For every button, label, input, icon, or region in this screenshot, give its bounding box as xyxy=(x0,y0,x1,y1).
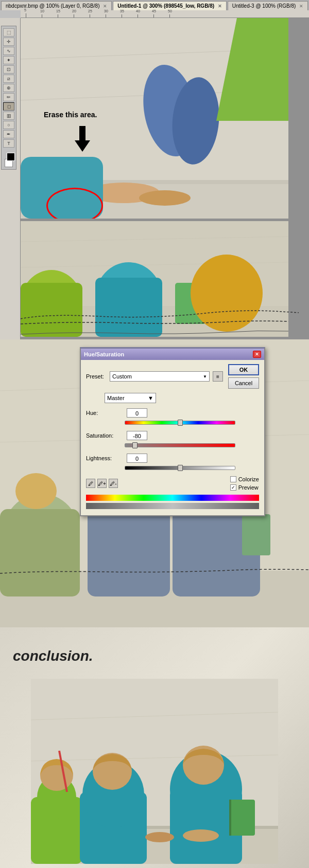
channel-row: Master ▼ xyxy=(86,393,259,403)
lightness-slider-group: Lightness: 0 xyxy=(86,454,259,472)
tab-1-close[interactable]: ✕ xyxy=(103,4,107,9)
eyedropper-group: 🖉 🖉+ 🖉- xyxy=(86,479,118,488)
tab-3-close[interactable]: ✕ xyxy=(299,4,303,9)
preset-row: Preset: Custom ▼ ≡ OK Cancel xyxy=(86,364,259,389)
preview-checkbox[interactable]: ✓ xyxy=(230,484,236,491)
tool-brush[interactable]: ✏ xyxy=(3,93,14,101)
tool-type[interactable]: T xyxy=(3,139,14,148)
hue-thumb[interactable] xyxy=(178,420,183,426)
eyedropper-icon[interactable]: 🖉 xyxy=(86,479,95,488)
tool-healing[interactable]: ⊕ xyxy=(3,84,14,92)
dialog-titlebar: Hue/Saturation ✕ xyxy=(81,349,264,360)
svg-rect-51 xyxy=(229,800,255,836)
hue-saturation-section: Hue/Saturation ✕ Preset: Custom ▼ ≡ OK C… xyxy=(0,339,309,627)
tool-slice[interactable]: ⧄ xyxy=(3,75,14,83)
tab-3[interactable]: Untitled-3 @ 100% (RGB/8) ✕ xyxy=(228,1,308,10)
conclusion-image xyxy=(31,679,278,864)
hue-slider-group: Hue: 0 xyxy=(86,408,259,427)
colorize-label: Colorize xyxy=(238,476,259,482)
saturation-slider-container[interactable] xyxy=(125,441,235,449)
tool-magic-wand[interactable]: ✦ xyxy=(3,56,14,64)
hue-saturation-dialog: Hue/Saturation ✕ Preset: Custom ▼ ≡ OK C… xyxy=(80,347,265,516)
eyedropper-add-icon[interactable]: 🖉+ xyxy=(97,479,107,488)
svg-rect-29 xyxy=(88,504,170,596)
color-bar-rainbow xyxy=(86,495,259,501)
dialog-body: Preset: Custom ▼ ≡ OK Cancel xyxy=(81,360,264,515)
svg-rect-52 xyxy=(229,800,231,836)
eyedropper-subtract-icon[interactable]: 🖉- xyxy=(109,479,118,488)
lightness-value[interactable]: 0 xyxy=(127,454,147,463)
colorize-option[interactable]: Colorize xyxy=(230,476,259,482)
tool-dodge[interactable]: ○ xyxy=(3,121,14,129)
foreground-color[interactable] xyxy=(7,153,15,161)
svg-rect-35 xyxy=(242,514,270,555)
dialog-close-button[interactable]: ✕ xyxy=(253,351,261,358)
toolbox: ⬚ ✛ ∿ ✦ ⊡ ⧄ ⊕ ✏ ◻ ▥ ○ ✒ T xyxy=(1,26,16,170)
saturation-track xyxy=(125,443,235,447)
hue-value[interactable]: 0 xyxy=(127,408,147,418)
conclusion-photo xyxy=(31,679,278,864)
saturation-value[interactable]: -80 xyxy=(127,431,147,440)
lightness-slider-container[interactable] xyxy=(125,464,235,472)
tool-move[interactable]: ✛ xyxy=(3,38,14,46)
saturation-thumb[interactable] xyxy=(132,442,138,448)
preset-settings-button[interactable]: ≡ xyxy=(213,371,223,382)
ruler-horizontal: 5 10 15 20 25 30 35 40 45 50 xyxy=(21,10,309,18)
photo-top: Erase this area. xyxy=(21,18,288,219)
preset-dropdown[interactable]: Custom ▼ xyxy=(110,371,210,382)
tool-pen[interactable]: ✒ xyxy=(3,130,14,138)
preview-option[interactable]: ✓ Preview xyxy=(230,484,259,491)
cancel-button[interactable]: Cancel xyxy=(228,377,259,389)
svg-point-53 xyxy=(183,829,219,842)
color-bar-gray xyxy=(86,503,259,509)
saturation-label: Saturation: xyxy=(86,432,125,439)
svg-point-54 xyxy=(145,832,174,842)
svg-point-27 xyxy=(15,473,57,509)
lightness-label: Lightness: xyxy=(86,455,125,461)
lightness-row: Lightness: 0 xyxy=(86,454,259,463)
canvas-area: Erase this area. xyxy=(21,18,309,339)
hue-slider-container[interactable] xyxy=(125,419,235,427)
tab-2-close[interactable]: ✕ xyxy=(218,4,222,9)
dialog-title: Hue/Saturation xyxy=(84,351,124,357)
conclusion-section: conclusion. xyxy=(0,627,309,868)
color-swatches xyxy=(5,151,13,167)
conclusion-text: conclusion. xyxy=(13,648,93,664)
svg-point-8 xyxy=(139,190,191,206)
arrow-shaft xyxy=(79,126,85,140)
svg-rect-26 xyxy=(0,509,80,596)
ok-button[interactable]: OK xyxy=(228,364,259,375)
photoshop-window: nbdcpxnr.bmp @ 100% (Layer 0, RGB/8) ✕ U… xyxy=(0,0,309,339)
preset-dropdown-arrow: ▼ xyxy=(203,374,207,379)
lightness-thumb[interactable] xyxy=(178,465,183,471)
hue-label: Hue: xyxy=(86,410,125,416)
tool-marquee[interactable]: ⬚ xyxy=(3,28,14,37)
saturation-row: Saturation: -80 xyxy=(86,431,259,440)
saturation-slider-group: Saturation: -80 xyxy=(86,431,259,449)
color-bars xyxy=(86,495,259,509)
checkbox-group: Colorize ✓ Preview xyxy=(230,476,259,491)
channel-dropdown-arrow: ▼ xyxy=(148,395,153,401)
tab-bar: nbdcpxnr.bmp @ 100% (Layer 0, RGB/8) ✕ U… xyxy=(0,0,309,10)
tool-gradient[interactable]: ▥ xyxy=(3,112,14,120)
hue-row: Hue: 0 xyxy=(86,408,259,418)
preview-label: Preview xyxy=(238,484,259,491)
selection-outline xyxy=(21,298,299,339)
tool-lasso[interactable]: ∿ xyxy=(3,47,14,55)
arrow-head xyxy=(75,140,90,152)
tool-crop[interactable]: ⊡ xyxy=(3,65,14,74)
colorize-checkbox[interactable] xyxy=(230,476,236,482)
tool-eraser[interactable]: ◻ xyxy=(3,102,14,111)
channel-dropdown[interactable]: Master ▼ xyxy=(105,393,156,403)
preset-label: Preset: xyxy=(86,373,107,379)
options-row: 🖉 🖉+ 🖉- Colorize ✓ Preview xyxy=(86,476,259,491)
annotation-text: Erase this area. xyxy=(44,111,97,119)
